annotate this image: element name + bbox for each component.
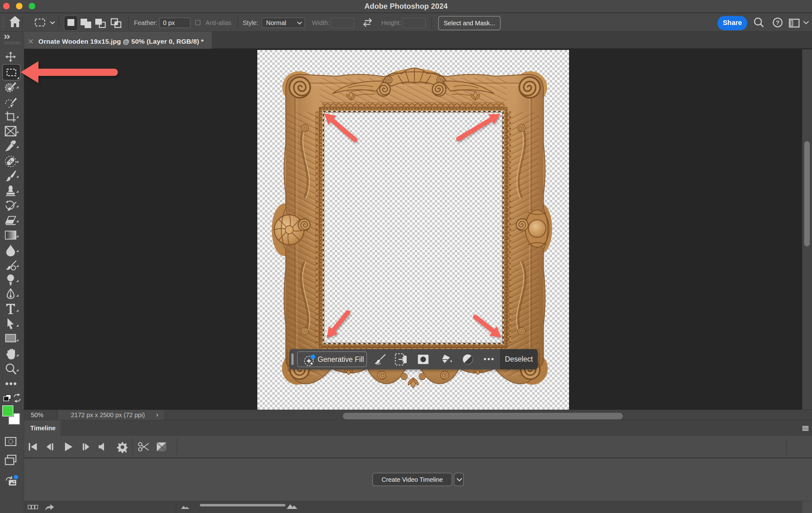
svg-text:?: ? [776, 19, 780, 26]
